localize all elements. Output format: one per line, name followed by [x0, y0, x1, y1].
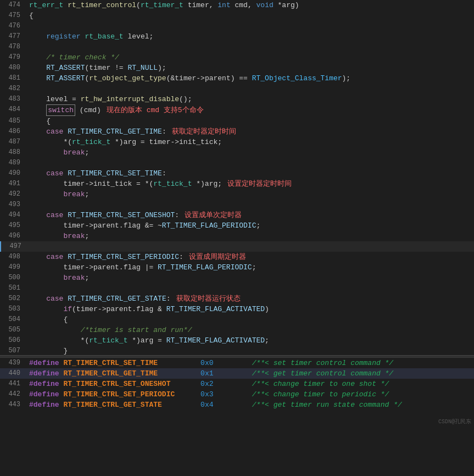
define-line: 443 #define RT_TIMER_CTRL_GET_STATE 0x4 …: [0, 400, 474, 410]
code-line: 501: [0, 283, 474, 294]
code-line: 498 case RT_TIMER_CTRL_SET_PERIODIC:设置成周…: [0, 252, 474, 262]
bottom-padding: CSDN@孔民东: [0, 410, 474, 427]
code-line: 477 register rt_base_t level;: [0, 31, 474, 42]
code-line: 488 break;: [0, 147, 474, 158]
code-line: 476: [0, 21, 474, 31]
code-editor: 474 rt_err_t rt_timer_control(rt_timer_t…: [0, 0, 474, 476]
code-line: 491 timer->init_tick = *(rt_tick_t *)arg…: [0, 179, 474, 189]
code-line: 486 case RT_TIMER_CTRL_GET_TIME:获取定时器定时时…: [0, 126, 474, 137]
code-line: 507 }: [0, 346, 474, 356]
define-line: 439 #define RT_TIMER_CTRL_SET_TIME 0x0 /…: [0, 358, 474, 368]
code-line: 484 switch (cmd)现在的版本 cmd 支持5个命令: [0, 104, 474, 116]
code-line: 474 rt_err_t rt_timer_control(rt_timer_t…: [0, 0, 474, 10]
define-line-highlighted: 440 #define RT_TIMER_CTRL_GET_TIME 0x1 /…: [0, 368, 474, 379]
code-line: 500 break;: [0, 273, 474, 283]
code-line-cursor: 497: [0, 241, 474, 252]
code-line: 502 case RT_TIMER_CTRL_GET_STATE:获取定时器运行…: [0, 294, 474, 304]
code-line: 489: [0, 158, 474, 168]
code-line: 504 {: [0, 314, 474, 325]
code-line: 485 {: [0, 116, 474, 126]
watermark: CSDN@孔民东: [438, 418, 471, 425]
code-line: 506 *(rt_tick_t *)arg = RT_TIMER_FLAG_AC…: [0, 335, 474, 346]
code-line: 475 {: [0, 10, 474, 21]
code-line: 478: [0, 42, 474, 52]
code-line: 479 /* timer check */: [0, 52, 474, 63]
code-line: 487 *(rt_tick_t *)arg = timer->init_tick…: [0, 137, 474, 147]
bottom-code-area[interactable]: 439 #define RT_TIMER_CTRL_SET_TIME 0x0 /…: [0, 358, 474, 476]
code-line: 496 break;: [0, 231, 474, 241]
code-line: 495 timer->parent.flag &= ~RT_TIMER_FLAG…: [0, 220, 474, 231]
code-line: 494 case RT_TIMER_CTRL_SET_ONESHOT:设置成单次…: [0, 210, 474, 220]
code-line: 490 case RT_TIMER_CTRL_SET_TIME:: [0, 168, 474, 179]
define-line: 441 #define RT_TIMER_CTRL_SET_ONESHOT 0x…: [0, 379, 474, 389]
main-code-area[interactable]: 474 rt_err_t rt_timer_control(rt_timer_t…: [0, 0, 474, 356]
code-line: 480 RT_ASSERT(timer != RT_NULL);: [0, 63, 474, 73]
define-line: 442 #define RT_TIMER_CTRL_SET_PERIODIC 0…: [0, 389, 474, 400]
code-line: 493: [0, 200, 474, 210]
code-line: 503 if(timer->parent.flag & RT_TIMER_FLA…: [0, 304, 474, 314]
code-line: 481 RT_ASSERT(rt_object_get_type(&timer-…: [0, 73, 474, 84]
code-line: 505 /*timer is start and run*/: [0, 325, 474, 335]
code-line: 492 break;: [0, 189, 474, 200]
code-line: 499 timer->parent.flag |= RT_TIMER_FLAG_…: [0, 262, 474, 273]
code-line: 482: [0, 84, 474, 94]
code-line: 483 level = rt_hw_interrupt_disable();: [0, 94, 474, 104]
